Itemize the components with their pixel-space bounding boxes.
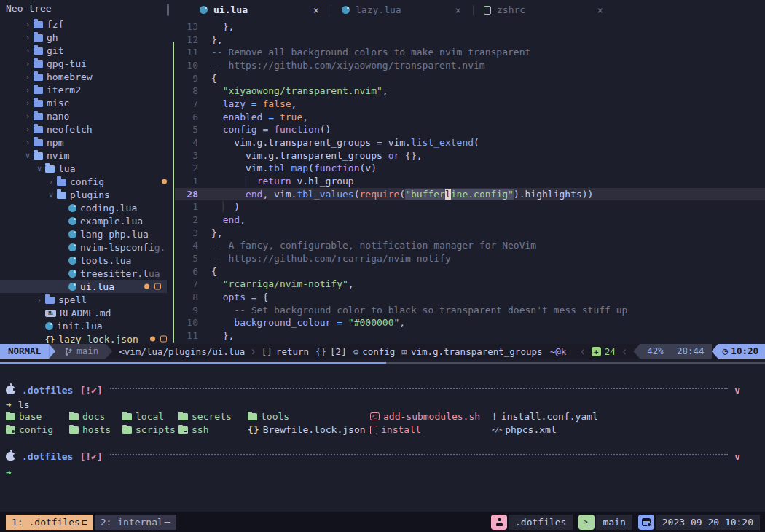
line-number: 7 — [175, 278, 198, 291]
ls-item-label: config — [19, 424, 53, 435]
neotree-scrollbar[interactable] — [167, 4, 169, 16]
folder-icon — [6, 413, 15, 420]
tree-item-plugins[interactable]: ∨plugins — [0, 188, 173, 201]
ls-item-label: tools — [261, 411, 289, 422]
folder-key-icon — [178, 426, 188, 434]
tree-item-neofetch[interactable]: ›neofetch — [0, 122, 173, 136]
tree-item-nano[interactable]: ›nano — [0, 109, 173, 122]
tree-item-fzf[interactable]: ›fzf — [0, 17, 173, 31]
breadcrumb-label: [2] — [330, 346, 347, 357]
code-text: end, vim.tbl_values(require("bufferline.… — [211, 188, 593, 201]
tree-item-git[interactable]: ›git — [0, 44, 173, 57]
branch-name: main — [76, 344, 98, 359]
code-line[interactable]: 4-- A fancy, configurable, notification … — [175, 239, 765, 252]
tree-item-iterm2[interactable]: ›iterm2 — [0, 83, 173, 96]
code-line[interactable]: 5-- https://github.com/rcarriga/nvim-not… — [175, 252, 765, 265]
close-icon[interactable]: × — [313, 4, 319, 16]
chevron-right-icon: › — [22, 20, 34, 29]
code-line[interactable]: 1 ▏ ) — [175, 200, 765, 214]
tree-item-lua[interactable]: ∨lua — [0, 162, 173, 175]
tree-item-gpg-tui[interactable]: ›gpg-tui — [0, 57, 173, 70]
folder-icon — [34, 47, 43, 55]
code-line[interactable]: 4 vim.g.transparent_groups = vim.list_ex… — [175, 136, 765, 149]
tree-item-nvim-lspconfi[interactable]: nvim-lspconfig. — [0, 240, 173, 254]
tree-item-treesitter.l[interactable]: treesitter.lua — [0, 267, 173, 280]
command-line: ➜ ls — [6, 398, 29, 411]
tab-ui.lua[interactable]: ui.lua× — [191, 0, 329, 20]
folder-icon — [34, 100, 43, 107]
close-icon[interactable]: × — [455, 4, 461, 16]
code-line[interactable]: 7 lazy = false, — [175, 98, 765, 111]
tree-item-lang-php.lua[interactable]: lang-php.lua — [0, 227, 173, 240]
code-line[interactable]: 8 opts = { — [175, 291, 765, 304]
ls-item-local: local — [122, 411, 178, 422]
tree-item-tools.lua[interactable]: tools.lua — [0, 254, 173, 267]
terminal-pane[interactable]: .dotfiles [!✔] v ➜ ls basedocslocalsecre… — [0, 368, 765, 512]
code-line[interactable]: 7 "rcarriga/nvim-notify", — [175, 278, 765, 291]
powerline-separator-icon — [49, 344, 55, 359]
code-line[interactable]: 2 end, — [175, 214, 765, 227]
neotree-items: ›fzf›gh›git›gpg-tui›homebrew›iterm2›misc… — [0, 17, 173, 345]
code-line[interactable]: 3 vim.g.transparent_groups or {}, — [175, 149, 765, 163]
code-text: -- https://github.com/xiyaowong/transpar… — [211, 59, 485, 72]
code-text: -- A fancy, configurable, notification m… — [211, 239, 536, 252]
code-line[interactable]: 8 "xiyaowong/transparent.nvim", — [175, 85, 765, 98]
prompt-caret: v — [734, 385, 740, 396]
code-line[interactable]: 10 background_colour = "#000000", — [175, 316, 765, 329]
code-line[interactable]: 9 -- Set background color to black so tr… — [175, 304, 765, 317]
shell-icon — [578, 515, 595, 530]
term-icon — [370, 412, 380, 420]
tree-item-README.md[interactable]: README.md — [0, 306, 173, 319]
code-line[interactable]: 11-- Remove all background colors to mak… — [175, 46, 765, 59]
tab-zshrc[interactable]: zshrc× — [475, 0, 613, 20]
json-icon — [45, 335, 55, 344]
code-text: ▏ ) — [211, 200, 240, 214]
code-line[interactable]: 12}, — [175, 34, 765, 47]
command-line[interactable]: ➜ — [6, 466, 12, 479]
line-number: 9 — [175, 304, 198, 317]
tree-item-ui.lua[interactable]: ui.lua — [0, 280, 167, 293]
code-line[interactable]: 1 ▏ return v.hl_group — [175, 175, 765, 188]
tree-item-homebrew[interactable]: ›homebrew — [0, 70, 173, 83]
tab-lazy.lua[interactable]: lazy.lua× — [333, 0, 471, 20]
tree-item-nvim[interactable]: ∨nvim — [0, 149, 173, 162]
tmux-pane-border[interactable] — [0, 362, 765, 364]
git-branch-segment: main — [49, 344, 106, 359]
code-lines: 13 },12},11-- Remove all background colo… — [175, 20, 765, 343]
tmux-window-.dotfiles[interactable]: 1: .dotfiles ⊏ — [6, 515, 93, 530]
code-line-current[interactable]: 28 end, vim.tbl_values(require("bufferli… — [175, 188, 765, 201]
tree-item-coding.lua[interactable]: coding.lua — [0, 201, 173, 214]
code-line[interactable]: 11 }, — [175, 329, 765, 343]
tree-item-config[interactable]: ›config — [0, 175, 173, 188]
tree-item-npm[interactable]: ›npm — [0, 136, 173, 149]
code-text: }, — [211, 34, 223, 47]
unsaved-square-badge — [160, 336, 167, 343]
tree-item-gh[interactable]: ›gh — [0, 31, 173, 44]
ls-item-label: local — [136, 411, 164, 422]
tree-item-misc[interactable]: ›misc — [0, 96, 173, 109]
tree-item-init.lua[interactable]: init.lua — [0, 319, 173, 332]
pane-border-inactive — [386, 362, 765, 364]
code-line[interactable]: 10-- https://github.com/xiyaowong/transp… — [175, 59, 765, 72]
code-line[interactable]: 6{ — [175, 265, 765, 278]
line-number: 11 — [175, 329, 198, 343]
line-number: 2 — [175, 162, 198, 175]
shell-prompt: .dotfiles [!✔] v — [6, 383, 740, 396]
code-text: enabled = true, — [211, 111, 308, 124]
chevron-right-icon: › — [22, 85, 34, 95]
window-separator[interactable] — [173, 42, 174, 343]
ls-item-Brewfile.lock.json: Brewfile.lock.json — [248, 424, 370, 435]
tree-item-spell[interactable]: ›spell — [0, 293, 173, 306]
tree-item-example.lua[interactable]: example.lua — [0, 214, 173, 227]
tmux-window-internal[interactable]: 2: internal ─ — [95, 515, 176, 530]
close-icon[interactable]: × — [597, 4, 603, 16]
code-line[interactable]: 2 vim.tbl_map(function(v) — [175, 162, 765, 175]
prompt-fill-dots — [110, 388, 728, 389]
ls-item-secrets: secrets — [178, 411, 248, 422]
code-text: lazy = false, — [211, 98, 297, 111]
code-line[interactable]: 3}, — [175, 227, 765, 240]
code-line[interactable]: 9{ — [175, 72, 765, 85]
code-line[interactable]: 13 }, — [175, 20, 765, 34]
code-line[interactable]: 5 config = function() — [175, 123, 765, 136]
code-line[interactable]: 6 enabled = true, — [175, 111, 765, 124]
